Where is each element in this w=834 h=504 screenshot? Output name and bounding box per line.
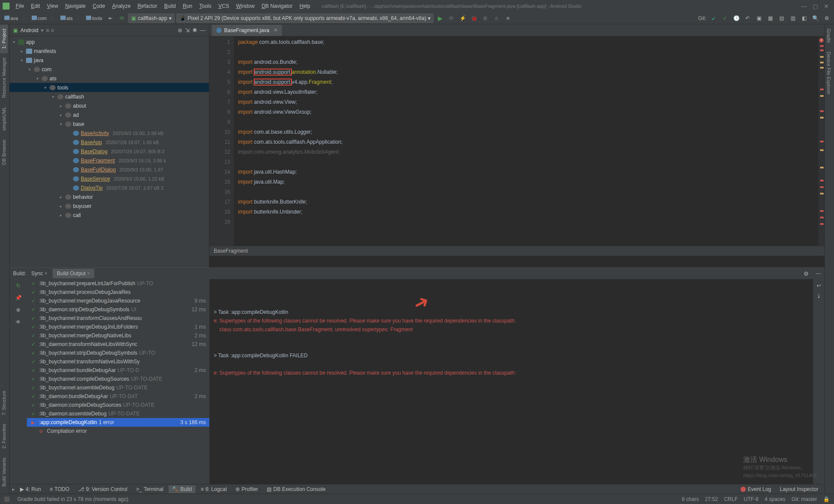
tool-tab-db-browser[interactable]: DB Browser [0,135,8,169]
menu-build[interactable]: Build [162,2,179,10]
menu-navigate[interactable]: Navigate [63,2,88,10]
code-line[interactable] [238,47,817,57]
expand-arrow-icon[interactable]: ▾ [36,76,42,81]
git-commit-icon[interactable]: ✓ [720,13,730,23]
menu-refactor[interactable]: Refactor [135,2,160,10]
chevron-down-icon[interactable]: ▾ [41,27,43,33]
menu-vcs[interactable]: VCS [216,2,232,10]
build-task-row[interactable]: ✓:lib_buychannel:bundleDebugAarUP-TO-D2 … [27,366,209,375]
expand-arrow-icon[interactable]: ▾ [21,58,26,63]
tree-row[interactable]: ▸buyuser [10,201,209,211]
tool-tab-build-variants[interactable]: Build Variants [0,453,8,491]
bottom-tool-event-log[interactable]: Event Log [737,485,774,493]
code-line[interactable]: import android.view.LayoutInflater; [238,87,817,97]
build-task-row[interactable]: ✓:lib_buychannel:transformClassesAndReso… [27,314,209,323]
tool-tab-resource-manager[interactable]: Resource Manager [0,53,8,102]
profiler-icon[interactable]: ⊚ [480,13,490,23]
expand-arrow-icon[interactable]: ▸ [60,195,65,199]
nav-back-icon[interactable]: ↞ [106,13,115,23]
hide-build-icon[interactable]: — [812,270,824,277]
stop-button[interactable]: ■ [503,13,513,23]
build-task-row[interactable]: ⊘Compilation error [27,427,209,435]
build-task-row[interactable]: ✓:lib_buychannel:mergeDebugJniLibFolders… [27,323,209,331]
tree-row[interactable]: BaseFragment2020/9/3 16:19, 3.86 k [10,156,209,165]
code-line[interactable]: import com.at.base.utils.Logger; [238,127,817,137]
apply-changes-icon[interactable]: ⟳ [447,13,456,23]
bottom-tool-todo[interactable]: ≡TODO [46,485,73,493]
console-line[interactable]: e: Supertypes of the following classes c… [214,316,809,325]
console-line[interactable] [214,343,809,351]
expand-arrow-icon[interactable]: ▾ [13,40,18,44]
menu-run[interactable]: Run [180,2,195,10]
tree-row[interactable]: BaseActivity2020/9/3 15:00, 3.98 kB [10,128,209,138]
error-indicator-icon[interactable]: ! [819,38,824,43]
code-line[interactable]: import java.util.HashMap; [238,167,817,177]
tree-row[interactable]: ▾java [10,56,209,65]
expand-arrow-icon[interactable]: ▸ [60,104,65,108]
tree-row[interactable]: ▾base [10,119,209,128]
expand-arrow-icon[interactable]: ▸ [21,49,26,53]
tree-row[interactable]: BaseService2020/9/3 15:00, 1.22 kB [10,174,209,183]
build-task-row[interactable]: ✓:lib_daemon:transformNativeLibsWithSync… [27,340,209,349]
soft-wrap-icon[interactable]: ↩ [817,283,821,289]
code-line[interactable]: import java.util.Map; [238,177,817,187]
tree-row[interactable]: BaseFullDialog2020/9/3 15:00, 1.87 [10,165,209,174]
select-opened-file-icon[interactable]: ⊕ [178,27,182,33]
status-indent[interactable]: 4 spaces [764,496,785,502]
tree-row[interactable]: ▸manifests [10,46,209,56]
git-update-icon[interactable]: ↙ [709,13,718,23]
tool-tab-gradle[interactable]: Gradle [825,24,833,47]
apply-code-icon[interactable]: ⚡ [458,13,467,23]
minimize-button[interactable]: — [801,3,807,10]
tree-row[interactable]: ▸ad [10,110,209,119]
build-task-row[interactable]: ✓:lib_daemon:bundleDebugAarUP-TO-DAT2 ms [27,392,209,401]
tree-row[interactable]: ▸about [10,101,209,110]
menu-tools[interactable]: Tools [197,2,214,10]
git-history-icon[interactable]: 🕓 [731,13,741,23]
code-line[interactable] [238,157,817,167]
expand-arrow-icon[interactable]: ▸ [60,213,65,217]
build-task-row[interactable]: ✓:lib_buychannel:assembleDebugUP-TO-DATE [27,383,209,392]
scroll-to-end-icon[interactable]: ⤓ [817,293,821,299]
build-task-row[interactable]: ▶:app:compileDebugKotlin1 error3 s 186 m… [27,418,209,427]
debug-button[interactable]: 🐞 [469,13,479,23]
build-task-tree[interactable]: ✓:lib_buychannel:prepareLintJarForPublis… [27,279,209,484]
menu-help[interactable]: Help [297,2,313,10]
search-everywhere-icon[interactable]: 🔍 [811,13,820,23]
tool-tab-simpleuml[interactable]: simpleUML [0,102,8,135]
settings-icon[interactable]: ✱ [192,27,197,33]
build-task-row[interactable]: ✓:lib_buychannel:mergeDebugNativeLibs2 m… [27,331,209,340]
bottom-tool-9-version-control[interactable]: ⎇9: Version Control [75,485,131,493]
bottom-tool-layout-inspector[interactable]: Layout Inspector [776,485,822,493]
status-git-branch[interactable]: Git: master [791,496,817,502]
tool-tab-2-favorites[interactable]: 2: Favorites [0,419,8,453]
build-task-row[interactable]: ✓:lib_buychannel:mergeDebugJavaResource9… [27,296,209,305]
console-line[interactable]: > Task :app:compileDebugKotlin FAILED [214,351,809,360]
bottom-tool-6-logcat[interactable]: ≡6: Logcat [197,485,230,493]
menu-view[interactable]: View [44,2,61,10]
code-line[interactable]: import android.view.ViewGroup; [238,107,817,117]
bottom-tool-4-run[interactable]: ▶4: Run [17,485,44,493]
code-line[interactable]: import android.os.Bundle; [238,57,817,67]
tree-row[interactable]: ▾app [10,37,209,46]
settings-icon[interactable]: ⚙ [801,270,811,277]
status-caret[interactable]: 27:52 [705,496,718,502]
build-task-row[interactable]: ✓:lib_buychannel:stripDebugDebugSymbolsU… [27,349,209,357]
expand-arrow-icon[interactable]: ▾ [29,67,34,72]
bottom-tool-terminal[interactable]: >_Terminal [132,485,167,493]
code-line[interactable]: import butterknife.Unbinder; [238,207,817,217]
breadcrumb-item[interactable]: tools [84,15,104,21]
build-task-row[interactable]: ✓:lib_buychannel:transformNativeLibsWith… [27,357,209,366]
error-stripe[interactable]: ! [818,36,824,246]
project-view-title[interactable]: Android [20,27,38,33]
tool-tab-1-project[interactable]: 1: Project [0,24,8,53]
menu-code[interactable]: Code [90,2,108,10]
code-line[interactable] [238,187,817,197]
collapse-icon[interactable]: ⇲ [185,27,190,33]
status-encoding[interactable]: UTF-8 [744,496,758,502]
expand-arrow-icon[interactable]: ▾ [52,95,57,99]
tree-row[interactable]: ▾ats [10,74,209,83]
hide-icon[interactable]: — [200,27,205,33]
settings-icon[interactable]: ⚙ [822,13,831,23]
status-line-sep[interactable]: CRLF [724,496,738,502]
